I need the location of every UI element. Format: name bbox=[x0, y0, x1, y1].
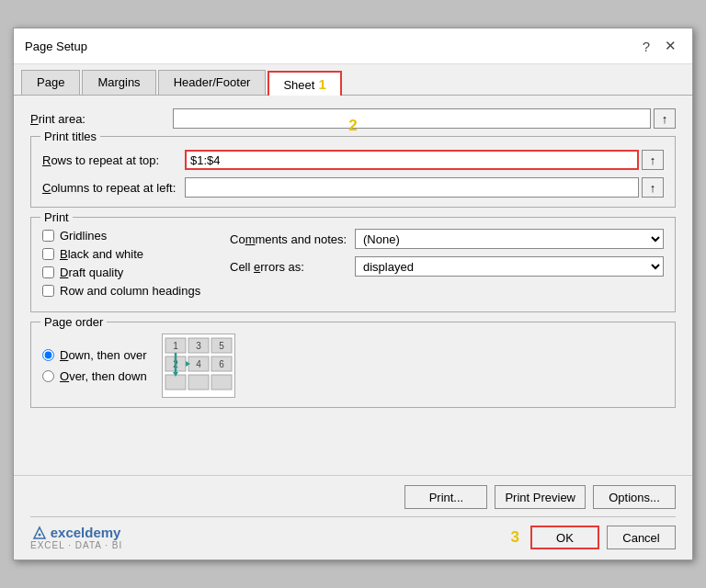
bottom-row: exceldemy EXCEL · DATA · BI 3 OK Cancel bbox=[30, 525, 676, 550]
page-order-diagram: 1 3 5 2 4 6 bbox=[162, 334, 235, 398]
tab-page[interactable]: Page bbox=[21, 70, 80, 95]
svg-text:1: 1 bbox=[173, 341, 178, 351]
tab-bar: Page Margins Header/Footer Sheet1 bbox=[14, 64, 692, 96]
draft-checkbox[interactable] bbox=[42, 266, 54, 278]
ok-cancel-area: 3 OK Cancel bbox=[511, 526, 676, 549]
svg-rect-7 bbox=[188, 375, 209, 390]
headings-checkbox[interactable] bbox=[42, 285, 54, 297]
errors-select[interactable]: displayed <blank> -- #N/A bbox=[355, 256, 664, 277]
comments-label: Comments and notes: bbox=[230, 232, 349, 246]
svg-text:5: 5 bbox=[219, 341, 224, 351]
bottom-area: Print... Print Preview Options... exceld… bbox=[14, 475, 692, 560]
action-buttons: Print... Print Preview Options... bbox=[30, 485, 676, 509]
print-preview-button[interactable]: Print Preview bbox=[495, 485, 586, 509]
svg-text:4: 4 bbox=[196, 359, 201, 369]
rows-repeat-input[interactable] bbox=[185, 150, 639, 170]
over-then-down-label: Over, then down bbox=[60, 369, 147, 383]
print-section: Print Gridlines Black and white Draft qu… bbox=[30, 217, 676, 312]
down-then-over-label: Down, then over bbox=[60, 348, 147, 362]
svg-rect-6 bbox=[165, 375, 186, 390]
draft-row: Draft quality bbox=[42, 266, 208, 279]
print-dropdowns: Comments and notes: (None) At end of she… bbox=[230, 229, 664, 302]
cols-repeat-input[interactable] bbox=[185, 177, 639, 198]
down-then-over-row: Down, then over bbox=[42, 348, 147, 362]
page-order-inner: Down, then over Over, then down bbox=[42, 334, 664, 398]
svg-point-18 bbox=[38, 533, 40, 536]
gridlines-label: Gridlines bbox=[60, 229, 107, 243]
branding-logo: exceldemy bbox=[32, 525, 121, 540]
print-titles-section: Print titles 2 Rows to repeat at top: ↑ … bbox=[30, 136, 676, 208]
cols-repeat-collapse-button[interactable]: ↑ bbox=[642, 177, 664, 198]
errors-label: Cell errors as: bbox=[230, 260, 349, 274]
tab-sheet[interactable]: Sheet1 bbox=[268, 71, 341, 96]
print-titles-label: Print titles bbox=[40, 130, 100, 143]
page-order-svg: 1 3 5 2 4 6 bbox=[164, 336, 233, 395]
errors-row: Cell errors as: displayed <blank> -- #N/… bbox=[230, 256, 664, 277]
title-bar: Page Setup ? ✕ bbox=[14, 28, 692, 64]
help-button[interactable]: ? bbox=[638, 37, 655, 56]
dialog-title: Page Setup bbox=[25, 40, 87, 53]
print-area-collapse-button[interactable]: ↑ bbox=[654, 108, 676, 129]
page-order-label: Page order bbox=[40, 315, 107, 329]
print-checkboxes: Gridlines Black and white Draft quality … bbox=[42, 229, 208, 302]
rows-repeat-label: Rows to repeat at top: bbox=[42, 153, 185, 167]
svg-text:3: 3 bbox=[196, 341, 201, 351]
svg-marker-17 bbox=[34, 527, 45, 538]
page-order-section: Page order Down, then over Over, then do… bbox=[30, 322, 676, 408]
separator bbox=[30, 516, 676, 517]
print-area-input[interactable] bbox=[173, 108, 651, 129]
cols-repeat-label: Columns to repeat at left: bbox=[42, 181, 185, 195]
rows-repeat-collapse-button[interactable]: ↑ bbox=[642, 150, 664, 170]
comments-select[interactable]: (None) At end of sheet As displayed on s… bbox=[355, 229, 664, 249]
ok-button[interactable]: OK bbox=[530, 526, 599, 549]
rows-repeat-row: Rows to repeat at top: ↑ bbox=[42, 150, 664, 170]
print-titles-number: 2 bbox=[348, 117, 357, 135]
cancel-button[interactable]: Cancel bbox=[607, 526, 676, 549]
over-then-down-radio[interactable] bbox=[42, 370, 54, 382]
comments-dropdown-wrapper: (None) At end of sheet As displayed on s… bbox=[355, 229, 664, 249]
errors-dropdown-wrapper: displayed <blank> -- #N/A bbox=[355, 256, 664, 277]
print-section-label: Print bbox=[40, 210, 73, 224]
cols-repeat-row: Columns to repeat at left: ↑ bbox=[42, 177, 664, 198]
bw-label: Black and white bbox=[60, 247, 143, 261]
gridlines-row: Gridlines bbox=[42, 229, 208, 243]
print-area-label: Print area: bbox=[30, 112, 173, 126]
tab-margins[interactable]: Margins bbox=[82, 70, 155, 95]
svg-rect-8 bbox=[211, 375, 232, 390]
tab-headerfooter[interactable]: Header/Footer bbox=[158, 70, 267, 95]
branding-icon bbox=[32, 526, 47, 540]
over-then-down-row: Over, then down bbox=[42, 369, 147, 383]
bw-row: Black and white bbox=[42, 247, 208, 261]
content-area: Print area: ↑ Print titles 2 Rows to rep… bbox=[14, 96, 692, 475]
bw-checkbox[interactable] bbox=[42, 248, 54, 260]
svg-text:6: 6 bbox=[219, 359, 224, 369]
print-section-inner: Gridlines Black and white Draft quality … bbox=[42, 229, 664, 302]
page-setup-dialog: Page Setup ? ✕ Page Margins Header/Foote… bbox=[13, 28, 693, 560]
print-button[interactable]: Print... bbox=[404, 485, 487, 509]
down-then-over-radio[interactable] bbox=[42, 349, 54, 361]
close-button[interactable]: ✕ bbox=[660, 36, 681, 56]
branding-tagline: EXCEL · DATA · BI bbox=[30, 540, 122, 550]
page-order-radios: Down, then over Over, then down bbox=[42, 348, 147, 383]
headings-label: Row and column headings bbox=[60, 284, 200, 298]
title-bar-actions: ? ✕ bbox=[638, 36, 681, 56]
draft-label: Draft quality bbox=[60, 266, 123, 279]
headings-row: Row and column headings bbox=[42, 284, 208, 298]
comments-row: Comments and notes: (None) At end of she… bbox=[230, 229, 664, 249]
branding: exceldemy EXCEL · DATA · BI bbox=[30, 525, 122, 550]
gridlines-checkbox[interactable] bbox=[42, 230, 54, 242]
options-button[interactable]: Options... bbox=[593, 485, 676, 509]
step-3-number: 3 bbox=[511, 528, 519, 547]
